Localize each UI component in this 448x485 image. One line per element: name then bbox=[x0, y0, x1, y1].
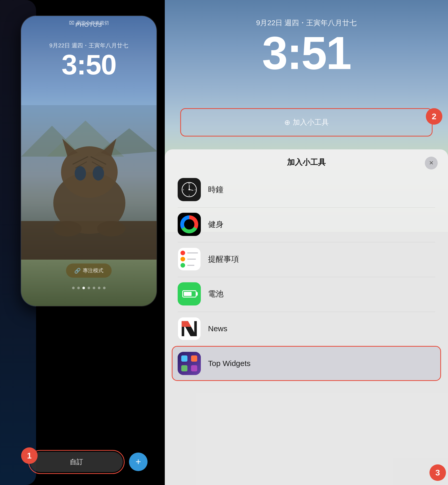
page-dot-5 bbox=[93, 287, 95, 289]
widget-picker-title: 加入小工具 bbox=[287, 157, 326, 168]
rem-bar-3 bbox=[187, 265, 194, 266]
fitness-label: 健身 bbox=[208, 219, 223, 230]
fitness-inner bbox=[184, 219, 194, 229]
svg-rect-31 bbox=[181, 355, 187, 362]
widget-item-battery[interactable]: 電池 bbox=[173, 277, 440, 311]
clock-icon: 12 3 6 9 bbox=[178, 178, 201, 201]
news-label: News bbox=[208, 324, 227, 333]
widget-picker-header: 加入小工具 ✕ bbox=[165, 149, 448, 173]
battery-fill bbox=[184, 292, 192, 296]
rem-line-3 bbox=[180, 263, 198, 268]
widget-list: 12 3 6 9 時鐘 bbox=[165, 173, 448, 380]
cat-image bbox=[21, 105, 157, 260]
plus-circle-icon: ⊕ bbox=[284, 118, 290, 127]
add-widget-button[interactable]: ⊕ 加入小工具 bbox=[180, 108, 433, 137]
svg-point-9 bbox=[75, 166, 86, 181]
widget-item-reminders[interactable]: 提醒事項 bbox=[173, 242, 440, 276]
add-widget-text: ⊕ 加入小工具 bbox=[284, 117, 329, 127]
svg-text:12: 12 bbox=[188, 182, 191, 185]
right-time: 3:51 bbox=[165, 30, 448, 76]
close-button[interactable]: ✕ bbox=[425, 157, 438, 169]
topwidgets-label: Top Widgets bbox=[208, 359, 251, 368]
svg-point-12 bbox=[97, 221, 125, 236]
widget-item-clock[interactable]: 12 3 6 9 時鐘 bbox=[173, 173, 440, 206]
rem-dot-green bbox=[180, 263, 185, 268]
left-time: 3:50 bbox=[21, 50, 157, 79]
phone-background-left: PHOTOS 9月22日 週四・王寅年八月廿七 3:50 bbox=[21, 16, 157, 306]
annotation-label-3: 3 bbox=[429, 464, 446, 481]
svg-rect-34 bbox=[191, 365, 197, 371]
link-icon: 🔗 bbox=[74, 268, 81, 274]
battery-body bbox=[182, 290, 196, 297]
rem-dot-orange bbox=[180, 257, 185, 261]
phone-date-time-left: 9月22日 週四・王寅年八月廿七 3:50 bbox=[21, 42, 157, 79]
battery-label: 電池 bbox=[208, 289, 223, 299]
news-icon bbox=[178, 317, 201, 340]
svg-text:9: 9 bbox=[183, 189, 184, 191]
crop-hint-text: 兩指合併來裁切 bbox=[76, 20, 109, 26]
page-dot-3 bbox=[82, 287, 85, 289]
left-phone: PHOTOS 9月22日 週四・王寅年八月廿七 3:50 bbox=[21, 15, 157, 307]
customize-button[interactable]: 自訂 bbox=[30, 452, 123, 472]
left-date: 9月22日 週四・王寅年八月廿七 bbox=[21, 42, 157, 49]
page-dot-1 bbox=[72, 287, 75, 289]
add-widget-label: 加入小工具 bbox=[293, 117, 329, 127]
page-dot-6 bbox=[98, 287, 100, 289]
reminders-label: 提醒事項 bbox=[208, 254, 239, 265]
topwidgets-icon bbox=[178, 352, 201, 375]
clock-label: 時鐘 bbox=[208, 184, 223, 195]
page-dot-7 bbox=[103, 287, 106, 289]
right-panel: 9月22日 週四・王寅年八月廿七 3:51 ⊕ 加入小工具 2 加入小工具 ✕ bbox=[165, 0, 448, 485]
svg-point-25 bbox=[188, 189, 190, 190]
page-dot-2 bbox=[77, 287, 80, 289]
svg-rect-30 bbox=[178, 352, 201, 375]
svg-text:3: 3 bbox=[195, 189, 196, 191]
fitness-ring bbox=[180, 215, 198, 233]
crop-icon: ⌧ bbox=[69, 20, 74, 26]
close-icon: ✕ bbox=[429, 160, 434, 166]
svg-text:6: 6 bbox=[189, 194, 190, 197]
reminders-icon bbox=[178, 248, 201, 271]
rem-bar-1 bbox=[187, 252, 198, 253]
rem-line-2 bbox=[180, 257, 198, 261]
focus-mode-button[interactable]: 🔗 專注模式 bbox=[66, 263, 112, 278]
svg-point-10 bbox=[93, 166, 104, 181]
fitness-icon bbox=[178, 213, 201, 236]
svg-rect-33 bbox=[181, 365, 187, 371]
crop-hint: ⌧ 兩指合併來裁切 bbox=[69, 20, 109, 26]
focus-mode-label: 專注模式 bbox=[83, 267, 104, 274]
right-date-time: 9月22日 週四・王寅年八月廿七 3:51 bbox=[165, 18, 448, 76]
annotation-label-2: 2 bbox=[426, 108, 442, 125]
page-dot-4 bbox=[88, 287, 90, 289]
bottom-button-area: 自訂 + bbox=[21, 439, 157, 485]
rem-dot-red bbox=[180, 251, 185, 255]
right-date: 9月22日 週四・王寅年八月廿七 bbox=[165, 18, 448, 28]
widget-picker-sheet: 加入小工具 ✕ 12 3 6 9 bbox=[165, 149, 448, 485]
svg-rect-32 bbox=[191, 355, 197, 362]
rem-line-1 bbox=[180, 251, 198, 255]
widget-item-topwidgets[interactable]: Top Widgets bbox=[173, 347, 440, 380]
svg-point-11 bbox=[53, 221, 82, 236]
annotation-label-1: 1 bbox=[21, 447, 38, 464]
rem-bar-2 bbox=[187, 259, 196, 260]
add-wallpaper-button[interactable]: + bbox=[129, 453, 148, 471]
battery-icon bbox=[178, 282, 201, 305]
widget-item-fitness[interactable]: 健身 bbox=[173, 208, 440, 241]
widget-item-news[interactable]: News bbox=[173, 312, 440, 345]
page-dots bbox=[21, 287, 157, 289]
